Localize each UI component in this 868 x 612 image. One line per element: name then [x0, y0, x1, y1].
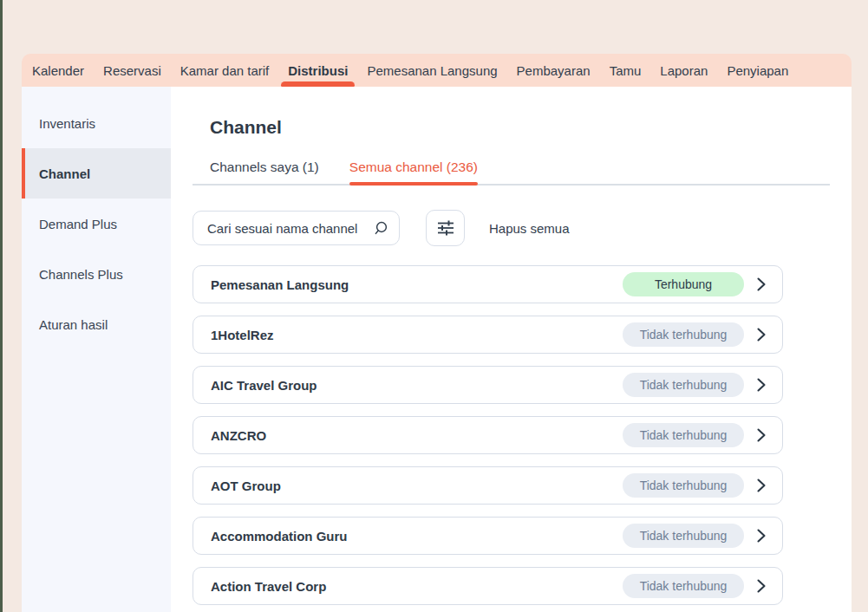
channel-row[interactable]: AOT Group Tidak terhubung	[193, 466, 783, 505]
nav-item[interactable]: Laporan	[660, 54, 708, 87]
nav-item-label: Kalender	[32, 63, 84, 78]
channel-row[interactable]: Accommodation Guru Tidak terhubung	[193, 517, 783, 555]
nav-item[interactable]: Penyiapan	[727, 54, 788, 87]
sidebar-item-label: Channel	[39, 166, 90, 181]
channel-name: Action Travel Corp	[211, 579, 326, 594]
chevron-right-icon	[754, 527, 768, 544]
nav-item-label: Pembayaran	[517, 63, 591, 78]
search-input[interactable]	[206, 220, 373, 237]
nav-item-label: Pemesanan Langsung	[367, 63, 497, 78]
sidebar-item-label: Channels Plus	[39, 267, 123, 282]
nav-item[interactable]: Tamu	[610, 54, 642, 87]
channel-name: AIC Travel Group	[211, 378, 317, 393]
sidebar-item-label: Demand Plus	[39, 217, 117, 231]
sidebar-item[interactable]: Channel	[22, 148, 171, 199]
app-window: Kalender Reservasi Kamar dan tarif Distr…	[22, 54, 852, 612]
channel-row[interactable]: 1HotelRez Tidak terhubung	[193, 316, 783, 354]
window-edge-strip	[0, 0, 3, 612]
sidebar-item-label: Inventaris	[39, 116, 95, 131]
status-badge: Tidak terhubung	[623, 524, 744, 548]
chevron-right-icon	[754, 276, 768, 293]
search-box[interactable]	[193, 211, 400, 245]
sliders-icon	[435, 218, 456, 238]
chevron-right-icon	[754, 326, 768, 343]
channel-name: Accommodation Guru	[211, 529, 348, 544]
chevron-right-icon	[754, 376, 768, 394]
channel-row[interactable]: ANZCRO Tidak terhubung	[193, 416, 783, 454]
search-icon	[373, 220, 388, 236]
status-badge: Tidak terhubung	[623, 574, 744, 598]
channel-row[interactable]: Pemesanan Langsung Terhubung	[193, 265, 783, 303]
status-badge: Tidak terhubung	[623, 423, 744, 447]
filter-button[interactable]	[426, 210, 465, 246]
status-badge: Terhubung	[623, 272, 744, 296]
nav-item-label: Laporan	[660, 63, 708, 78]
main-panel: Channel Channels saya (1) Semua channel …	[171, 87, 852, 612]
channel-row[interactable]: Action Travel Corp Tidak terhubung	[193, 567, 783, 605]
tab-bar: Channels saya (1) Semua channel (236)	[193, 160, 830, 186]
nav-item[interactable]: Reservasi	[103, 54, 161, 87]
channel-name: AOT Group	[211, 479, 281, 493]
nav-item-label: Reservasi	[103, 63, 161, 78]
sidebar-item[interactable]: Inventaris	[22, 98, 171, 148]
nav-item-label: Tamu	[610, 63, 642, 78]
page-title: Channel	[210, 117, 830, 138]
nav-item-label: Distribusi	[288, 63, 348, 78]
tab-label: Channels saya (1)	[210, 160, 319, 174]
chevron-right-icon	[754, 426, 768, 444]
nav-item-label: Penyiapan	[727, 63, 788, 78]
tab[interactable]: Channels saya (1)	[210, 160, 319, 184]
channel-list: Pemesanan Langsung Terhubung 1HotelRez T…	[193, 265, 783, 612]
toolbar: Hapus semua	[193, 210, 830, 246]
status-badge: Tidak terhubung	[623, 473, 744, 498]
chevron-right-icon	[754, 477, 768, 494]
nav-item[interactable]: Kamar dan tarif	[180, 54, 270, 87]
nav-item[interactable]: Distribusi	[288, 54, 348, 87]
nav-item[interactable]: Pembayaran	[517, 54, 591, 87]
sidebar-item[interactable]: Channels Plus	[22, 249, 171, 299]
channel-name: ANZCRO	[211, 428, 266, 443]
channel-row[interactable]: AIC Travel Group Tidak terhubung	[193, 366, 783, 404]
tab-label: Semua channel (236)	[349, 160, 478, 174]
nav-item[interactable]: Kalender	[32, 54, 84, 87]
sidebar-item[interactable]: Demand Plus	[22, 199, 171, 249]
sidebar-item-label: Aturan hasil	[39, 317, 108, 332]
nav-item-label: Kamar dan tarif	[180, 63, 270, 78]
tab[interactable]: Semua channel (236)	[349, 160, 478, 184]
channel-name: 1HotelRez	[211, 328, 274, 342]
status-badge: Tidak terhubung	[623, 322, 744, 347]
channel-name: Pemesanan Langsung	[211, 277, 349, 292]
top-navigation: Kalender Reservasi Kamar dan tarif Distr…	[22, 54, 852, 87]
sidebar-item[interactable]: Aturan hasil	[22, 299, 171, 349]
sidebar: Inventaris Channel Demand Plus Channels …	[22, 87, 171, 612]
clear-all-button[interactable]: Hapus semua	[489, 221, 570, 236]
nav-item[interactable]: Pemesanan Langsung	[367, 54, 497, 87]
chevron-right-icon	[754, 577, 768, 595]
status-badge: Tidak terhubung	[623, 373, 744, 397]
